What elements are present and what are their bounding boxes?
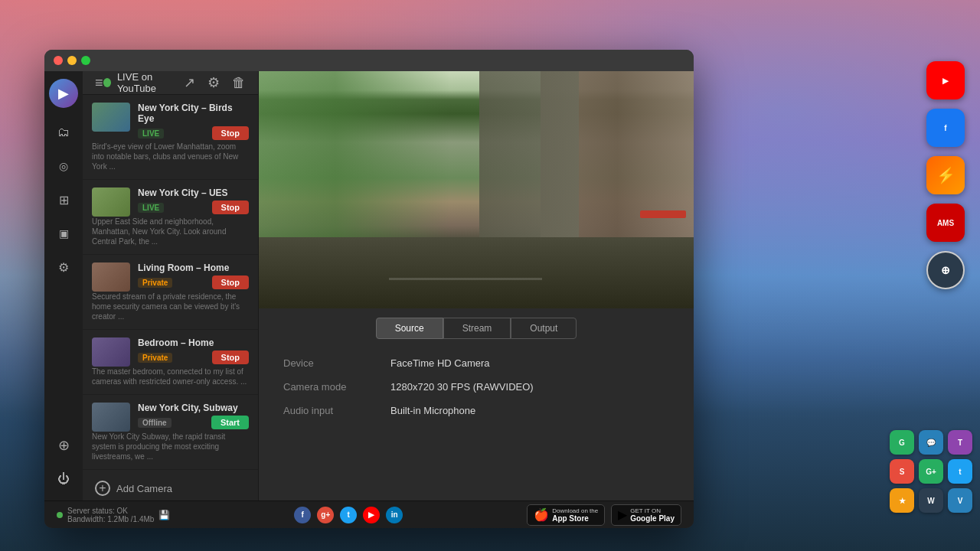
server-status: Server status: OK Bandwidth: 1.2Mb /1.4M… [57,507,170,523]
camera-desc-living: Secured stream of a private residence, t… [92,292,249,321]
tab-output[interactable]: Output [511,318,577,339]
social-youtube[interactable]: ▶ [363,507,380,523]
tab-stream[interactable]: Stream [443,318,511,339]
camera-mode-value: 980x551 30 FPS (RAWVIDEO) [390,381,534,393]
live-status-text: LIVE on YouTube [117,71,184,94]
settings-icon[interactable]: ⚙ [207,74,220,91]
device-row: Device FaceTime HD Camera [283,357,669,369]
right-apps: ▶ f ⚡ AMS ⊕ [926,61,965,289]
camera-info-living: Living Room – Home Private Stop [138,262,249,291]
start-button-subway[interactable]: Start [211,416,249,429]
camera-desc-nyc-birds: Bird's-eye view of Lower Manhattan, zoom… [92,142,249,171]
camera-item-nyc-ues[interactable]: New York City – UES LIVE Stop Upper East… [83,180,258,255]
delete-icon[interactable]: 🗑 [232,75,246,91]
add-camera-icon: + [95,481,110,496]
camera-info-nyc-ues: New York City – UES LIVE Stop [138,187,249,216]
small-app-s[interactable]: S [890,459,914,484]
camera-thumb-nyc-birds [92,103,130,132]
device-value: FaceTime HD Camera [390,357,490,369]
audio-input-value: Built-in Microphone [390,405,475,416]
sidebar-item-add[interactable]: ⊕ [50,432,77,459]
camera-item-nyc-subway[interactable]: New York City, Subway Offline Start New … [83,395,258,470]
app-logo[interactable]: ▶ [49,79,78,108]
footer-stores: 🍎 Download on the App Store ▶ GET IT ON … [527,504,681,526]
camera-thumb-living [92,262,130,292]
status-badge-living: Private [138,278,172,288]
app-window: ▶ 🗂 ◎ ⊞ ▣ ⚙ ⊕ ⏻ [44,50,694,528]
app-icon-ams[interactable]: AMS [926,204,965,242]
stop-button-nyc-birds[interactable]: Stop [212,126,249,140]
top-bar-actions: ↗ ⚙ 🗑 [184,74,246,91]
stop-button-nyc-ues[interactable]: Stop [212,201,249,214]
status-badge-nyc-birds: LIVE [138,129,164,139]
live-indicator: LIVE on YouTube [103,71,184,94]
server-status-dot [57,512,63,518]
social-linkedin[interactable]: in [386,507,403,523]
small-app-star[interactable]: ★ [890,488,914,513]
traffic-lights [54,56,90,65]
camera-thumb-nyc-ues [92,187,130,217]
camera-mode-label: Camera mode [283,381,390,393]
add-camera-label: Add Camera [116,483,172,494]
share-icon[interactable]: ↗ [184,74,195,91]
minimize-button[interactable] [67,56,77,65]
status-badge-bedroom: Private [138,353,172,363]
small-app-chat[interactable]: 💬 [919,430,943,455]
social-twitter[interactable]: t [340,507,357,523]
sidebar-item-monitor[interactable]: ▣ [50,220,77,247]
camera-info-subway: New York City, Subway Offline Start [138,403,249,431]
status-badge-subway: Offline [138,418,172,428]
google-play-badge[interactable]: ▶ GET IT ON Google Play [611,504,681,526]
stop-button-living[interactable]: Stop [212,276,249,289]
google-play-label: GET IT ON [630,507,675,514]
source-tabs: Source Stream Output [259,308,694,345]
camera-desc-nyc-ues: Upper East Side and neighborhood, Manhat… [92,217,249,246]
server-status-text: Server status: OK [67,507,154,515]
small-app-g[interactable]: G [890,430,914,455]
camera-item-living-room[interactable]: Living Room – Home Private Stop Secured … [83,255,258,330]
camera-item-bedroom[interactable]: Bedroom – Home Private Stop The master b… [83,330,258,395]
camera-item-nyc-birds[interactable]: New York City – Birds Eye LIVE Stop Bird… [83,95,258,180]
bottom-right-apps: G 💬 T S G+ t ★ W V [890,430,972,513]
tab-source[interactable]: Source [376,318,443,339]
social-gplus[interactable]: g+ [317,507,334,523]
small-app-t[interactable]: T [948,430,972,455]
small-app-gplus[interactable]: G+ [919,459,943,484]
stop-button-bedroom[interactable]: Stop [212,350,249,364]
small-app-v[interactable]: V [948,488,972,513]
live-dot [103,78,111,87]
app-store-name: App Store [552,514,598,523]
camera-info-nyc-birds: New York City – Birds Eye LIVE Stop [138,103,249,142]
video-preview [259,71,694,308]
camera-title-living: Living Room – Home [138,262,249,273]
camera-list: ≡ LIVE on YouTube ↗ ⚙ 🗑 New York City – … [83,71,259,500]
sidebar-icons: ▶ 🗂 ◎ ⊞ ▣ ⚙ ⊕ ⏻ [44,71,83,500]
close-button[interactable] [54,56,63,65]
add-camera-button[interactable]: + Add Camera [83,470,258,500]
sidebar-item-grid[interactable]: ⊞ [50,186,77,214]
app-icon-facebook[interactable]: f [926,109,965,147]
camera-title-subway: New York City, Subway [138,403,249,413]
maximize-button[interactable] [81,56,90,65]
app-store-badge[interactable]: 🍎 Download on the App Store [527,504,605,526]
small-app-w[interactable]: W [919,488,943,513]
camera-mode-row: Camera mode 980x551 30 FPS (RAWVIDEO) [283,381,669,393]
hamburger-icon[interactable]: ≡ [95,75,103,91]
app-icon-lightning[interactable]: ⚡ [926,156,965,194]
sidebar-item-settings[interactable]: ⚙ [50,253,77,281]
small-app-tw[interactable]: t [948,459,972,484]
social-facebook[interactable]: f [294,507,311,523]
google-play-name: Google Play [630,514,675,523]
sidebar-item-channels[interactable]: 🗂 [50,119,77,146]
sidebar-item-target[interactable]: ◎ [50,152,77,180]
top-bar: ≡ LIVE on YouTube ↗ ⚙ 🗑 [83,71,258,95]
audio-input-row: Audio input Built-in Microphone [283,405,669,416]
app-icon-youtube[interactable]: ▶ [926,61,965,99]
main-content: ▶ 🗂 ◎ ⊞ ▣ ⚙ ⊕ ⏻ [44,71,694,500]
device-label: Device [283,357,390,369]
app-icon-s5[interactable]: ⊕ [926,251,965,289]
camera-title-nyc-birds: New York City – Birds Eye [138,103,249,124]
street-scene [259,71,694,308]
camera-title-nyc-ues: New York City – UES [138,187,249,198]
sidebar-item-power[interactable]: ⏻ [50,465,77,493]
